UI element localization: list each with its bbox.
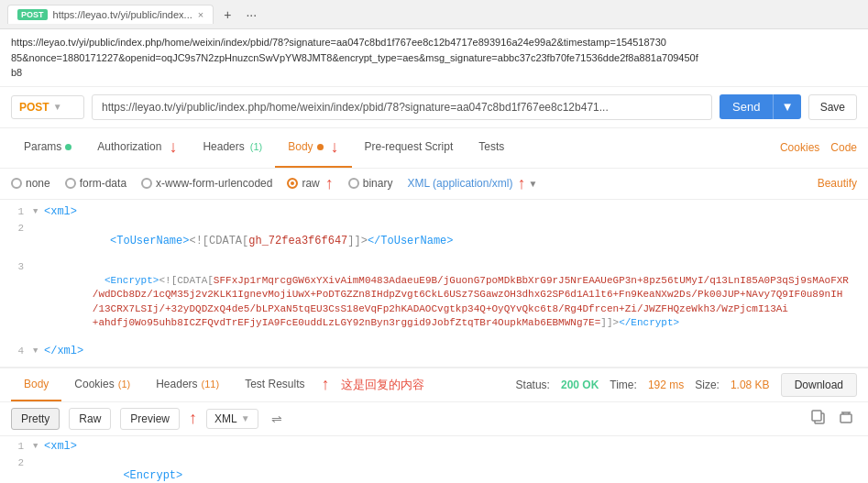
line-content-4: </xml> [44,345,868,357]
wrap-button[interactable]: ⇌ [268,410,286,428]
body-label: Body [288,140,313,153]
format-pretty-button[interactable]: Pretty [11,408,60,430]
response-annotation-label: 这是回复的内容 [341,377,424,393]
download-button[interactable]: Download [781,373,857,397]
more-tabs-button[interactable]: ··· [241,5,261,24]
response-status-info: Status: 200 OK Time: 192 ms Size: 1.08 K… [516,373,857,397]
line-content-1: <xml> [44,205,868,218]
send-button-group: Send ▼ [720,94,801,119]
line-content-2: <ToUserName><![CDATA[gh_72fea3f6f647]]><… [44,222,868,260]
xml-type-dropdown[interactable]: XML (application/xml) ↑ ▼ [407,174,537,193]
browser-tab[interactable]: POST https://leyao.tv/yi/public/index...… [7,5,214,24]
time-label: Time: [610,379,637,391]
urlencoded-label: x-www-form-urlencoded [156,177,272,190]
response-xml-label: XML [214,412,237,425]
tab-headers[interactable]: Headers (1) [190,131,275,164]
format-preview-button[interactable]: Preview [120,408,180,430]
send-dropdown[interactable]: ▼ [773,94,800,119]
headers-label: Headers [203,140,244,153]
line-arrow-2 [33,222,44,224]
method-select[interactable]: POST ▼ [11,95,84,119]
code-line-3: 3 <Encrypt><![CDATA[SFFxJp1rMqrcgGW6xYXi… [0,260,868,345]
format-raw-button[interactable]: Raw [69,408,111,430]
form-data-label: form-data [80,177,126,190]
line-num-1: 1 [0,205,33,217]
tab-body[interactable]: Body ↓ [275,128,351,168]
raw-label: raw [302,177,319,190]
method-label: POST [19,101,49,114]
method-dropdown-arrow: ▼ [53,102,62,112]
tests-label: Tests [478,140,504,153]
line-num-4: 4 [0,345,33,357]
request-tabs-row: Params Authorization ↓ Headers (1) Body … [0,128,868,169]
option-form-data[interactable]: form-data [65,177,126,190]
line-content-3: <Encrypt><![CDATA[SFFxJp1rMqrcgGW6xYXivA… [44,260,868,345]
response-tab-cookies[interactable]: Cookies (1) [61,368,143,401]
response-code-area[interactable]: 1 ▼ <xml> 2 <Encrypt> [0,436,868,483]
response-format-row: Pretty Raw Preview ↑ XML ▼ ⇌ [0,402,868,436]
svg-rect-1 [812,411,821,421]
tab-close-icon[interactable]: × [198,9,203,20]
test-results-label: Test Results [245,378,304,390]
option-urlencoded[interactable]: x-www-form-urlencoded [141,177,272,190]
copy-response-button[interactable] [808,408,830,429]
option-binary[interactable]: binary [348,177,393,190]
annotation-arrow-icon: ↑ [322,375,330,394]
tab-tests[interactable]: Tests [466,131,517,164]
url-banner: https://leyao.tv/yi/public/index.php/hom… [0,29,868,87]
cookies-link[interactable]: Cookies [780,132,819,163]
response-format-xml-select[interactable]: XML ▼ [206,409,258,429]
beautify-button[interactable]: Beautify [818,177,857,190]
send-button[interactable]: Send [720,94,773,119]
none-label: none [26,177,50,190]
save-button[interactable]: Save [808,94,857,120]
binary-radio[interactable] [348,178,359,189]
tab-prerequest[interactable]: Pre-request Script [352,131,467,164]
resp-line-content-2: <Encrypt> [44,456,868,483]
form-data-radio[interactable] [65,178,76,189]
wrap-icon: ⇌ [271,412,282,426]
raw-radio[interactable] [287,178,298,189]
tab-authorization[interactable]: Authorization ↓ [84,128,190,168]
line-arrow-1: ▼ [33,205,44,216]
size-label: Size: [695,379,720,391]
resp-line-content-1: <xml> [44,440,868,453]
pretty-arrow-annotation: ↑ [189,409,197,428]
response-section: Body Cookies (1) Headers (11) Test Resul… [0,368,868,483]
line-arrow-4: ▼ [33,345,44,356]
trash-icon [839,410,853,424]
binary-label: binary [363,177,393,190]
url-input[interactable] [92,94,712,120]
response-code-line-1: 1 ▼ <xml> [0,440,868,456]
code-line-2: 2 <ToUserName><![CDATA[gh_72fea3f6f647]]… [0,222,868,260]
none-radio[interactable] [11,178,22,189]
code-line-4: 4 ▼ </xml> [0,345,868,361]
new-tab-button[interactable]: + [219,5,236,24]
response-headers-label: Headers [156,378,197,390]
response-body-label: Body [24,378,49,390]
option-none[interactable]: none [11,177,50,190]
response-tab-body[interactable]: Body [11,368,61,401]
line-num-3: 3 [0,260,33,272]
right-tab-links: Cookies Code [780,132,857,163]
raw-arrow: ↑ [325,174,334,193]
clear-response-button[interactable] [835,408,857,429]
xml-type-label: XML (application/xml) [407,177,512,190]
urlencoded-radio[interactable] [141,178,152,189]
code-editor[interactable]: 1 ▼ <xml> 2 <ToUserName><![CDATA[gh_72fe… [0,200,868,368]
response-tabs-row: Body Cookies (1) Headers (11) Test Resul… [0,368,868,402]
xml-dropdown-arrow: ▼ [528,179,537,189]
resp-line-num-2: 2 [0,456,33,468]
tab-params[interactable]: Params [11,131,84,164]
auth-arrow-annotation: ↓ [169,137,177,157]
url-line3: b8 [11,67,22,78]
params-label: Params [24,140,61,153]
option-raw[interactable]: raw ↑ [287,174,333,193]
auth-label: Authorization [97,140,161,153]
response-tab-headers[interactable]: Headers (11) [143,368,232,401]
code-link[interactable]: Code [830,132,857,163]
browser-tab-bar: POST https://leyao.tv/yi/public/index...… [0,0,868,29]
tab-url-text: https://leyao.tv/yi/public/index... [53,9,192,20]
status-value: 200 OK [561,379,599,391]
response-tab-test-results[interactable]: Test Results [232,368,317,401]
